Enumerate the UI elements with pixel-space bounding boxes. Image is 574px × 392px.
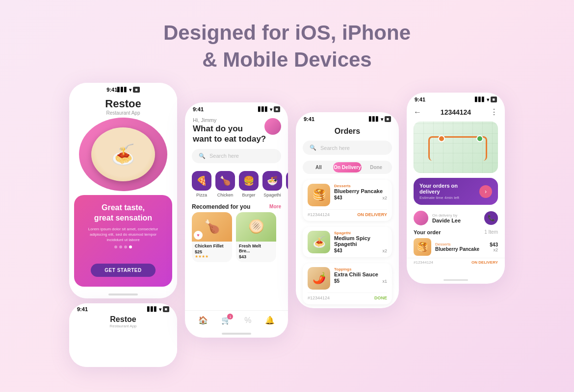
- chili-qty: x1: [382, 279, 387, 284]
- dot-3: [124, 245, 127, 248]
- phone-mini-bottom: 9:41 ▋▋▋ ▾ ■ Restoe Restaurant App: [69, 303, 177, 367]
- status-bar-4: 9:41 ▋▋▋ ▾ ■: [407, 93, 505, 104]
- pancake-image: 🥞: [308, 184, 330, 206]
- category-pizza[interactable]: 🍕 Pizza: [192, 171, 211, 197]
- chili-name: Extra Chili Sauce: [334, 271, 387, 277]
- delivery-banner-subtitle: Estimate time 4min left: [419, 196, 479, 200]
- wifi-icon-2: ▾: [270, 107, 272, 112]
- order-status-3: DONE: [374, 295, 387, 300]
- category-more[interactable]: 🍱 M: [286, 171, 288, 197]
- order-item-row: 🥞 Desserts Blueberry Pancake $43 x2: [407, 236, 505, 258]
- category-row: 🍕 Pizza 🍗 Chicken 🍔 Burger 🍜 Spagethi 🍱: [185, 168, 288, 200]
- order-number: 12344124: [441, 108, 471, 116]
- order-card-1[interactable]: 🥞 Desserts Blueberry Pancake $43 x2 #123…: [303, 180, 392, 221]
- order-item-price: $43: [490, 242, 498, 247]
- search-placeholder: Search here: [209, 153, 239, 159]
- phones-showcase: 9:41 ▋▋▋ ▾ ■ Restoe Restaurant App 🍝 Gre…: [0, 83, 574, 367]
- phone-tracking: 9:41 ▋▋▋ ▾ ■ ← 12344124 ⋮ Your: [407, 93, 505, 284]
- chicken-fillet-name: Chicken Fillet: [195, 244, 229, 248]
- dot-4: [129, 245, 132, 248]
- order-id-1: #12344124: [308, 212, 330, 217]
- chicken-fillet-info: Chicken Fillet $25 ★★★★: [192, 242, 232, 262]
- call-button[interactable]: 📞: [484, 211, 498, 225]
- cart-nav-wrap[interactable]: 🛒 1: [221, 316, 231, 325]
- spagethi-label: Spagethi: [263, 193, 281, 197]
- driver-row: On delivery by Davide Lee 📞: [407, 208, 505, 228]
- category-spagethi[interactable]: 🍜 Spagethi: [262, 171, 282, 197]
- order-item-image: 🥞: [414, 238, 431, 256]
- status-bar-2: 9:41 ▋▋▋ ▾ ■: [185, 102, 288, 114]
- tab-all[interactable]: All: [304, 162, 333, 172]
- signal-icon-2: ▋▋▋: [258, 107, 268, 112]
- order-item-name: Blueberry Pancake: [435, 246, 486, 252]
- fresh-melt-image: 🫓: [236, 212, 276, 242]
- pagination-dots: [81, 245, 165, 248]
- order-item-footer: #12344124 ON DELIVERY: [407, 258, 505, 266]
- search-icon: 🔍: [199, 153, 206, 159]
- more-options-button[interactable]: ⋮: [490, 107, 498, 117]
- search-bar[interactable]: 🔍 Search here: [192, 149, 281, 163]
- order-item-status: ON DELIVERY: [471, 260, 498, 265]
- order-card-3[interactable]: 🌶️ Toppings Extra Chili Sauce $5 x1 #123…: [303, 263, 392, 304]
- chicken-fillet-price: $25: [195, 249, 229, 254]
- delivery-arrow-button[interactable]: ›: [479, 185, 492, 198]
- item-count: 1 Item: [484, 229, 498, 235]
- fresh-melt-name: Fresh Melt Bre...: [239, 244, 273, 253]
- tab-on-delivery[interactable]: On Delivery: [333, 162, 362, 172]
- driver-info: On delivery by Davide Lee: [432, 213, 480, 223]
- mini-app-subtitle: Restaurant App: [109, 324, 136, 328]
- pancake-name: Blueberry Pancake: [334, 188, 387, 194]
- percent-nav-icon[interactable]: %: [244, 316, 251, 325]
- signal-icon: ▋▋▋: [117, 87, 128, 92]
- order-item-category: Desserts: [435, 242, 486, 246]
- burger-icon-wrap: 🍔: [239, 171, 259, 191]
- order-status-1: ON DELIVERY: [357, 212, 387, 217]
- category-chicken[interactable]: 🍗 Chicken: [215, 171, 235, 197]
- battery-icon: ■: [133, 87, 139, 93]
- order-card-2[interactable]: 🍝 Spagethi Medium Spicy Spagethi $43 x2: [303, 227, 392, 257]
- left-column: 9:41 ▋▋▋ ▾ ■ Restoe Restaurant App 🍝 Gre…: [69, 83, 177, 367]
- home-nav-icon[interactable]: 🏠: [198, 316, 208, 325]
- mini-app-title: Restoe: [110, 315, 136, 324]
- page-header: Designed for iOS, iPhone & Mobile Device…: [163, 0, 411, 83]
- bell-nav-icon[interactable]: 🔔: [265, 316, 275, 325]
- orders-search[interactable]: 🔍 Search here: [303, 141, 392, 155]
- status-bar-1: 9:41 ▋▋▋ ▾ ■: [99, 83, 147, 95]
- orders-search-placeholder: Search here: [320, 145, 350, 151]
- order-item-price-wrap: $43 x2: [490, 242, 498, 252]
- food-card-melt[interactable]: 🫓 Fresh Melt Bre... $43: [236, 212, 276, 262]
- your-order-label: Your order: [414, 229, 441, 235]
- fresh-melt-price: $43: [239, 254, 273, 259]
- heart-button[interactable]: ♥: [194, 231, 203, 240]
- hero-food-image: 🍝: [79, 118, 167, 191]
- tracking-header: ← 12344124 ⋮: [407, 104, 505, 120]
- header-title: Designed for iOS, iPhone & Mobile Device…: [163, 20, 411, 73]
- chicken-label: Chicken: [217, 193, 234, 197]
- driver-label: On delivery by: [432, 213, 480, 218]
- get-started-button[interactable]: GET STARTED: [91, 264, 155, 277]
- pancake-qty: x2: [382, 196, 387, 200]
- wifi-icon-5: ▾: [159, 307, 161, 312]
- back-button[interactable]: ←: [414, 108, 421, 117]
- recommended-title: Recomended for you: [192, 203, 250, 210]
- driver-avatar: [414, 211, 428, 225]
- pancake-category: Desserts: [334, 184, 387, 188]
- wifi-icon-3: ▾: [381, 117, 383, 122]
- wifi-icon-4: ▾: [487, 97, 489, 102]
- spagethi-price: $43: [334, 248, 342, 253]
- chili-image: 🌶️: [308, 267, 330, 290]
- map-view: [414, 122, 498, 173]
- phone-browse: 9:41 ▋▋▋ ▾ ■ Hi, Jimmy What do you want …: [185, 102, 288, 338]
- delivery-banner-text: Your orders on delivery Estimate time 4m…: [419, 183, 479, 200]
- chili-category: Toppings: [334, 267, 387, 271]
- bottom-nav: 🏠 🛒 1 % 🔔: [185, 310, 288, 330]
- more-link[interactable]: More: [269, 204, 281, 209]
- category-burger[interactable]: 🍔 Burger: [239, 171, 259, 197]
- order-tabs: All On Delivery Done: [303, 161, 392, 174]
- user-avatar[interactable]: [264, 118, 281, 135]
- battery-icon-4: ■: [491, 97, 497, 102]
- pancake-info: Desserts Blueberry Pancake $43 x2: [334, 184, 387, 200]
- tab-done[interactable]: Done: [362, 162, 391, 172]
- food-card-chicken[interactable]: 🍗 ♥ Chicken Fillet $25 ★★★★: [192, 212, 232, 262]
- order-id-3: #12344124: [308, 295, 330, 300]
